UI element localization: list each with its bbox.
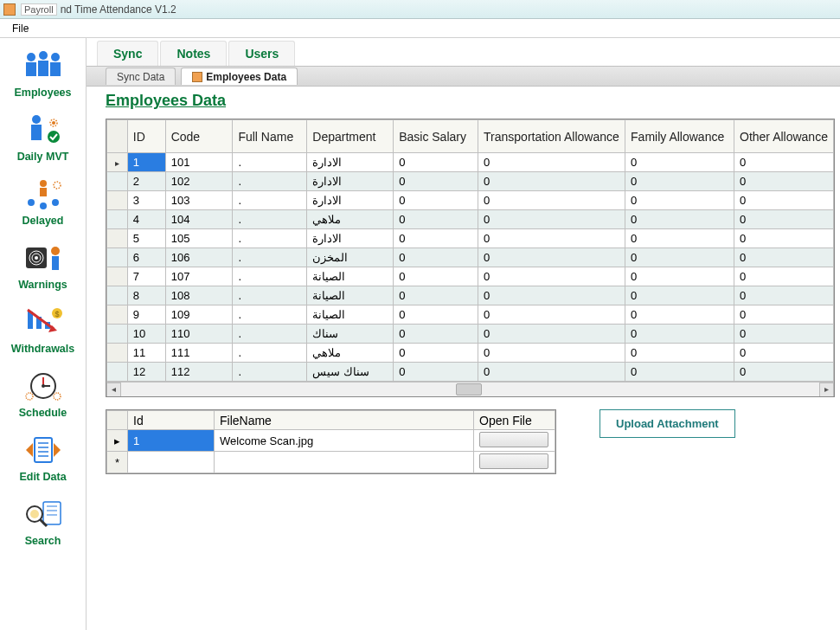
cell-code[interactable]: 108 (165, 286, 233, 305)
row-header[interactable] (107, 363, 128, 382)
table-row[interactable]: 12112.سناك سيس0000 (107, 363, 834, 382)
cell-sal[interactable]: 0 (394, 210, 478, 229)
scroll-left-arrow[interactable]: ◂ (106, 382, 121, 397)
cell-dept[interactable]: ملاهي (307, 210, 394, 229)
cell-id[interactable]: 7 (127, 267, 165, 286)
cell-oa[interactable]: 0 (734, 325, 834, 344)
cell-id[interactable]: 6 (127, 248, 165, 267)
cell-dept[interactable]: الادارة (307, 229, 394, 248)
cell-id[interactable]: 5 (127, 229, 165, 248)
subtab-syncdata[interactable]: Sync Data (106, 68, 176, 85)
sidebar-item-withdrawals[interactable]: $ Withdrawals (0, 299, 86, 363)
row-header[interactable] (107, 305, 128, 325)
cell-name[interactable]: . (233, 286, 307, 305)
cell-fa[interactable]: 0 (625, 153, 734, 172)
cell-id[interactable]: 4 (127, 210, 165, 229)
scroll-track[interactable] (121, 382, 819, 396)
cell-sal[interactable]: 0 (394, 229, 478, 248)
cell-code[interactable]: 107 (165, 267, 233, 286)
col-header-familyallowance[interactable]: Family Allowance (625, 120, 734, 153)
cell-fa[interactable]: 0 (625, 325, 734, 344)
cell-id[interactable]: 8 (127, 286, 165, 305)
tab-sync[interactable]: Sync (97, 41, 158, 66)
cell-ta[interactable]: 0 (478, 229, 625, 248)
cell-ta[interactable]: 0 (478, 210, 625, 229)
cell-dept[interactable]: ملاهي (307, 344, 394, 363)
table-row[interactable]: 11111.ملاهي0000 (107, 344, 834, 363)
cell-oa[interactable]: 0 (734, 229, 834, 248)
cell-name[interactable]: . (233, 325, 307, 344)
sidebar-item-employees[interactable]: Employees (0, 43, 86, 107)
cell-oa[interactable]: 0 (734, 153, 834, 172)
row-header[interactable] (107, 267, 128, 286)
cell-dept[interactable]: الادارة (307, 172, 394, 191)
table-row[interactable]: 4104.ملاهي0000 (107, 210, 834, 229)
cell-id[interactable]: 11 (127, 344, 165, 363)
cell-code[interactable]: 104 (165, 210, 233, 229)
table-row[interactable]: 1101.الادارة0000 (107, 153, 834, 172)
cell-ta[interactable]: 0 (478, 172, 625, 191)
att-cell-filename-new[interactable] (215, 452, 474, 473)
grid-corner[interactable] (107, 120, 128, 153)
cell-fa[interactable]: 0 (625, 229, 734, 248)
table-row[interactable]: 5105.الادارة0000 (107, 229, 834, 248)
table-row[interactable]: 2102.الادارة0000 (107, 172, 834, 191)
cell-oa[interactable]: 0 (734, 363, 834, 382)
cell-dept[interactable]: سناك (307, 325, 394, 344)
row-header[interactable] (107, 325, 128, 344)
cell-fa[interactable]: 0 (625, 248, 734, 267)
table-row[interactable]: 7107.الصيانة0000 (107, 267, 834, 286)
row-header[interactable] (107, 153, 128, 172)
cell-name[interactable]: . (233, 363, 307, 382)
attachments-grid[interactable]: Id FileName Open File ▸ 1 Welcome Scan.j… (106, 409, 556, 474)
col-header-att-id[interactable]: Id (128, 411, 215, 430)
row-header[interactable] (107, 248, 128, 267)
cell-code[interactable]: 105 (165, 229, 233, 248)
sidebar-item-warnings[interactable]: Warnings (0, 235, 86, 299)
row-header[interactable] (107, 210, 128, 229)
att-cell-open-new[interactable] (474, 452, 555, 473)
cell-name[interactable]: . (233, 153, 307, 172)
col-header-id[interactable]: ID (127, 120, 165, 153)
col-header-att-filename[interactable]: FileName (215, 411, 474, 430)
cell-name[interactable]: . (233, 191, 307, 210)
cell-dept[interactable]: المخزن (307, 248, 394, 267)
cell-sal[interactable]: 0 (394, 172, 478, 191)
table-row[interactable]: 6106.المخزن0000 (107, 248, 834, 267)
row-header[interactable] (107, 286, 128, 305)
cell-ta[interactable]: 0 (478, 305, 625, 325)
tab-users[interactable]: Users (228, 41, 295, 66)
cell-id[interactable]: 3 (127, 191, 165, 210)
cell-fa[interactable]: 0 (625, 286, 734, 305)
cell-dept[interactable]: الصيانة (307, 305, 394, 325)
cell-id[interactable]: 12 (127, 363, 165, 382)
row-header[interactable] (107, 172, 128, 191)
col-header-transportallowance[interactable]: Transportation Allowance (478, 120, 625, 153)
row-header[interactable] (107, 229, 128, 248)
cell-code[interactable]: 109 (165, 305, 233, 325)
cell-code[interactable]: 111 (165, 344, 233, 363)
subtab-employeesdata[interactable]: Employees Data (181, 68, 298, 85)
cell-sal[interactable]: 0 (394, 325, 478, 344)
att-row-header[interactable]: ▸ (107, 430, 128, 452)
cell-sal[interactable]: 0 (394, 305, 478, 325)
col-header-code[interactable]: Code (165, 120, 233, 153)
employees-grid[interactable]: ID Code Full Name Department Basic Salar… (106, 119, 835, 397)
file-menu[interactable]: File (5, 21, 35, 36)
cell-dept[interactable]: الادارة (307, 191, 394, 210)
col-header-fullname[interactable]: Full Name (233, 120, 307, 153)
cell-ta[interactable]: 0 (478, 267, 625, 286)
table-row[interactable]: 8108.الصيانة0000 (107, 286, 834, 305)
scroll-thumb[interactable] (456, 383, 482, 395)
cell-dept[interactable]: الصيانة (307, 267, 394, 286)
cell-oa[interactable]: 0 (734, 248, 834, 267)
sidebar-item-schedule[interactable]: Schedule (0, 363, 86, 428)
cell-oa[interactable]: 0 (734, 286, 834, 305)
att-cell-id[interactable]: 1 (128, 430, 215, 452)
tab-notes[interactable]: Notes (160, 41, 227, 66)
upload-attachment-button[interactable]: Upload Attachment (600, 409, 735, 438)
cell-fa[interactable]: 0 (625, 191, 734, 210)
cell-sal[interactable]: 0 (394, 286, 478, 305)
cell-dept[interactable]: الصيانة (307, 286, 394, 305)
att-cell-filename[interactable]: Welcome Scan.jpg (215, 430, 474, 452)
